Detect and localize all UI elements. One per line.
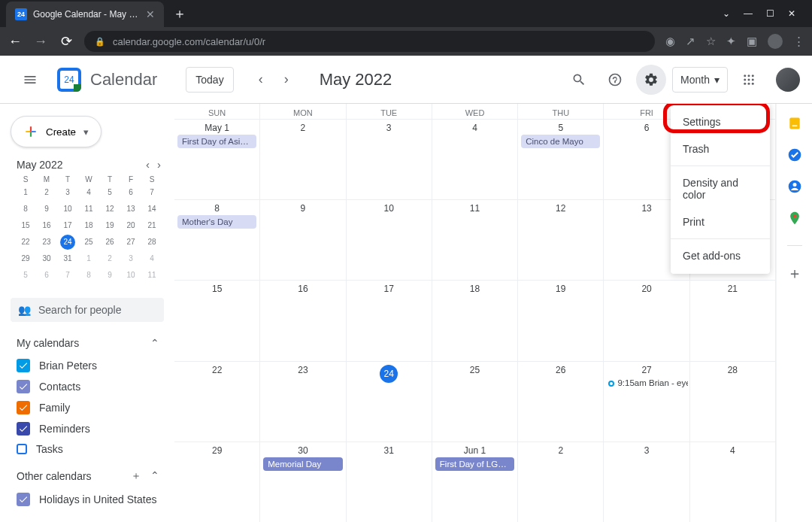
browser-tab[interactable]: 24 Google Calendar - May 2022 ✕: [6, 2, 164, 27]
mini-day-cell[interactable]: 16: [39, 218, 54, 233]
calendar-checkbox[interactable]: [17, 493, 30, 506]
calendar-item[interactable]: Brian Peters: [17, 355, 159, 376]
minimize-icon[interactable]: —: [744, 8, 753, 19]
mini-next-icon[interactable]: ›: [157, 158, 161, 171]
day-cell[interactable]: 24: [347, 362, 432, 442]
today-button[interactable]: Today: [186, 67, 233, 93]
day-cell[interactable]: 19: [518, 281, 604, 360]
kebab-icon[interactable]: ⋮: [793, 35, 804, 48]
tab-close-icon[interactable]: ✕: [146, 8, 155, 20]
google-apps-icon[interactable]: [734, 65, 764, 95]
mini-day-cell[interactable]: 15: [18, 218, 33, 233]
day-cell[interactable]: 8Mother's Day: [174, 200, 260, 280]
mini-day-cell[interactable]: 17: [60, 218, 75, 233]
search-icon[interactable]: [564, 65, 594, 95]
mini-day-cell[interactable]: 18: [81, 218, 96, 233]
day-cell[interactable]: 2: [518, 442, 604, 522]
day-cell[interactable]: 26: [518, 362, 604, 442]
mini-day-cell[interactable]: 6: [39, 268, 54, 283]
mini-day-cell[interactable]: 24: [60, 235, 75, 250]
add-panel-icon[interactable]: ＋: [787, 266, 802, 281]
event-chip[interactable]: Cinco de Mayo: [521, 135, 600, 148]
mini-day-cell[interactable]: 5: [102, 185, 117, 200]
url-input[interactable]: 🔒 calendar.google.com/calendar/u/0/r: [84, 31, 655, 52]
event-chip[interactable]: Mother's Day: [177, 215, 256, 229]
mini-day-cell[interactable]: 4: [81, 185, 96, 200]
event-chip[interactable]: First Day of LGBTQ: [435, 457, 514, 471]
mini-day-cell[interactable]: 10: [123, 268, 138, 283]
account-avatar[interactable]: [776, 68, 800, 92]
mini-day-cell[interactable]: 2: [39, 185, 54, 200]
chevron-up-icon[interactable]: ⌃: [150, 469, 159, 483]
new-tab-button[interactable]: ＋: [164, 5, 195, 23]
mini-day-cell[interactable]: 6: [123, 185, 138, 200]
mini-day-cell[interactable]: 9: [39, 202, 54, 217]
mini-day-cell[interactable]: 20: [123, 218, 138, 233]
day-cell[interactable]: 31: [347, 442, 432, 522]
share-icon[interactable]: ↗: [686, 35, 695, 48]
calendar-item[interactable]: Family: [17, 397, 159, 418]
day-cell[interactable]: 5Cinco de Mayo: [518, 120, 604, 199]
calendar-item[interactable]: Contacts: [17, 376, 159, 397]
search-people-input[interactable]: 👥 Search for people: [11, 298, 164, 322]
mini-day-cell[interactable]: 7: [144, 185, 159, 200]
mini-day-cell[interactable]: 8: [81, 268, 96, 283]
help-icon[interactable]: [600, 65, 630, 95]
mini-day-cell[interactable]: 23: [39, 235, 54, 250]
day-cell[interactable]: 22: [174, 362, 260, 442]
mini-day-cell[interactable]: 14: [144, 202, 159, 217]
calendar-checkbox[interactable]: [17, 422, 30, 436]
panel-icon[interactable]: ▣: [747, 35, 757, 48]
mini-day-cell[interactable]: 29: [18, 251, 33, 266]
keep-icon[interactable]: [787, 116, 802, 131]
mini-day-cell[interactable]: 3: [123, 251, 138, 266]
profile-avatar-icon[interactable]: [768, 34, 783, 49]
mini-day-cell[interactable]: 7: [60, 268, 75, 283]
main-menu-button[interactable]: [12, 62, 48, 98]
mini-day-cell[interactable]: 10: [60, 202, 75, 217]
settings-menu-item[interactable]: Get add-ons: [671, 242, 770, 269]
nav-reload-icon[interactable]: ⟳: [59, 33, 74, 50]
day-cell[interactable]: 4: [432, 120, 518, 199]
app-logo[interactable]: 24 Calendar: [54, 65, 157, 95]
day-cell[interactable]: 23: [260, 362, 346, 442]
settings-menu-item[interactable]: Print: [671, 208, 770, 235]
mini-day-cell[interactable]: 12: [102, 202, 117, 217]
extensions-icon[interactable]: ✦: [726, 35, 736, 48]
day-cell[interactable]: 17: [347, 281, 432, 360]
calendar-checkbox[interactable]: [17, 401, 30, 414]
day-cell[interactable]: 11: [432, 200, 518, 280]
add-calendar-icon[interactable]: ＋: [131, 469, 141, 483]
settings-menu-item[interactable]: Trash: [671, 135, 770, 162]
view-selector[interactable]: Month▾: [672, 67, 728, 93]
day-cell[interactable]: 18: [432, 281, 518, 360]
mini-day-cell[interactable]: 1: [18, 185, 33, 200]
mini-day-cell[interactable]: 31: [60, 251, 75, 266]
prev-month-icon[interactable]: ‹: [249, 68, 273, 92]
mini-day-cell[interactable]: 2: [102, 251, 117, 266]
event-chip[interactable]: Memorial Day: [263, 457, 342, 471]
next-month-icon[interactable]: ›: [274, 68, 298, 92]
day-cell[interactable]: 2: [260, 120, 346, 199]
day-cell[interactable]: 20: [604, 281, 689, 360]
nav-back-icon[interactable]: ←: [8, 34, 23, 50]
mini-day-cell[interactable]: 8: [18, 202, 33, 217]
day-cell[interactable]: 28: [690, 362, 776, 442]
settings-gear-icon[interactable]: [636, 65, 666, 95]
day-cell[interactable]: 15: [174, 281, 260, 360]
mini-day-cell[interactable]: 30: [39, 251, 54, 266]
day-cell[interactable]: Jun 1First Day of LGBTQ: [432, 442, 518, 522]
mini-day-cell[interactable]: 3: [60, 185, 75, 200]
settings-menu-item[interactable]: Density and color: [671, 169, 770, 208]
day-cell[interactable]: 9: [260, 200, 346, 280]
event-line[interactable]: 9:15am Brian - eye: [605, 377, 687, 389]
calendar-item[interactable]: Reminders: [17, 418, 159, 439]
day-cell[interactable]: 25: [432, 362, 518, 442]
day-cell[interactable]: 16: [260, 281, 346, 360]
close-window-icon[interactable]: ✕: [788, 8, 795, 19]
star-icon[interactable]: ☆: [706, 35, 716, 48]
mini-day-cell[interactable]: 19: [102, 218, 117, 233]
mini-day-cell[interactable]: 25: [81, 235, 96, 250]
settings-menu-item[interactable]: Settings: [671, 108, 770, 135]
calendar-checkbox[interactable]: [17, 359, 30, 372]
